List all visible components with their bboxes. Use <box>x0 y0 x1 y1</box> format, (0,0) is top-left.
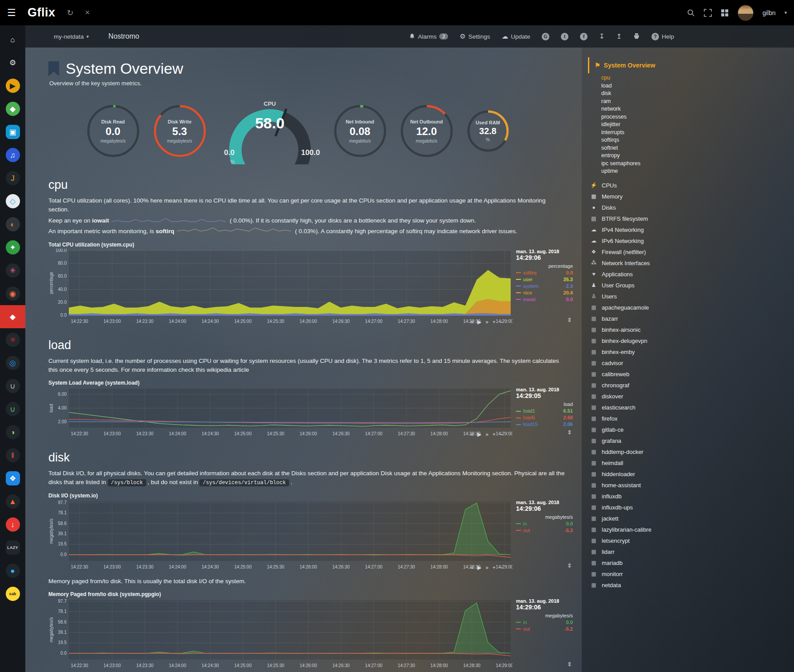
nav-section-users[interactable]: ♙Users <box>588 291 790 302</box>
apps-grid-icon[interactable] <box>721 9 729 17</box>
chart-system-io[interactable]: Disk I/O (system.io) 0.019.539.158.678.1… <box>48 493 574 571</box>
pan-right-icon[interactable]: » <box>485 565 488 570</box>
app-shortcut-9[interactable]: ◐ <box>0 213 25 236</box>
fullscreen-icon[interactable] <box>704 9 712 17</box>
wikipedia-link[interactable]: wikipedia article <box>206 366 249 373</box>
nav-app-binhex-delugevpn[interactable]: ▦binhex-delugevpn <box>588 335 790 346</box>
nav-app-gitlab-ce[interactable]: ▦gitlab-ce <box>588 424 790 435</box>
nav-item-ram[interactable]: ram <box>601 98 790 106</box>
server-dropdown[interactable]: my-netdata▾ <box>54 33 89 40</box>
nav-item-idlejitter[interactable]: idlejitter <box>601 121 790 129</box>
zoom-in-icon[interactable]: + <box>492 319 496 325</box>
chart-system-cpu[interactable]: Total CPU utilization (system.cpu) 0.020… <box>48 242 574 325</box>
nav-app-cadvisor[interactable]: ▦cadvisor <box>588 358 790 369</box>
settings-button[interactable]: ⚙ Settings <box>460 32 490 40</box>
app-shortcut-25[interactable]: sab <box>0 582 25 605</box>
nav-app-grafana[interactable]: ▦grafana <box>588 435 790 446</box>
resize-handle-icon[interactable]: ⇕ <box>567 661 572 668</box>
user-menu-caret-icon[interactable]: ▾ <box>784 10 787 16</box>
zoom-in-icon[interactable]: + <box>492 432 496 437</box>
nav-item-interrupts[interactable]: interrupts <box>601 129 790 137</box>
app-shortcut-8[interactable]: ◇ <box>0 190 25 213</box>
gauge-net-outbound[interactable]: Net Outbound12.0megabits/s <box>400 104 453 158</box>
nav-app-elasticsearch[interactable]: ▦elasticsearch <box>588 402 790 413</box>
nav-app-bazarr[interactable]: ▦bazarr <box>588 313 790 324</box>
app-shortcut-20[interactable]: ❖ <box>0 467 25 490</box>
chart-plot[interactable]: 0.020.040.060.080.0100.014:22:3014:23:00… <box>48 249 512 325</box>
app-shortcut-6[interactable]: ♫ <box>0 143 25 167</box>
nav-app-home-assistant[interactable]: ▦home-assistant <box>588 480 790 491</box>
nav-section-firewall-netfilter-[interactable]: ❖Firewall (netfilter) <box>588 247 790 258</box>
pan-left-icon[interactable]: « <box>470 565 473 570</box>
nav-app-calibreweb[interactable]: ▦calibreweb <box>588 369 790 380</box>
pan-left-icon[interactable]: « <box>470 319 473 325</box>
nav-app-influxdb-ups[interactable]: ▦influxdb-ups <box>588 502 790 513</box>
legend-nice[interactable]: nice20.4 <box>516 290 574 296</box>
legend-system[interactable]: system2.3 <box>516 283 574 290</box>
play-icon[interactable]: ▶ <box>477 432 481 437</box>
nav-app-monitorr[interactable]: ▦monitorr <box>588 569 790 580</box>
nav-item-softirqs[interactable]: softirqs <box>601 136 790 144</box>
nav-item-uptime[interactable]: uptime <box>601 167 790 175</box>
twitter-icon[interactable]: t <box>561 33 568 40</box>
legend-out[interactable]: out-5.2 <box>516 626 574 632</box>
nav-section-btrfs-filesystem[interactable]: ▤BTRFS filesystem <box>588 213 790 224</box>
pan-right-icon[interactable]: » <box>485 432 488 437</box>
nav-app-lazylibrarian-calibre[interactable]: ▦lazylibrarian-calibre <box>588 524 790 535</box>
app-shortcut-5[interactable]: ▣ <box>0 120 25 143</box>
nav-app-heimdall[interactable]: ▦heimdall <box>588 457 790 469</box>
resize-handle-icon[interactable]: ⇕ <box>567 429 572 436</box>
legend-load15[interactable]: load152.06 <box>516 421 574 428</box>
gauge-disk-read[interactable]: Disk Read0.0megabytes/s <box>87 104 140 158</box>
nav-item-network[interactable]: network <box>601 105 790 113</box>
update-button[interactable]: ☁ Update <box>502 32 531 40</box>
nav-item-processes[interactable]: processes <box>601 113 790 121</box>
pan-left-icon[interactable]: « <box>470 432 473 437</box>
nav-app-letsencrypt[interactable]: ▦letsencrypt <box>588 535 790 546</box>
app-shortcut-10[interactable]: ✦ <box>0 236 25 259</box>
alarms-button[interactable]: Alarms 2 <box>409 33 448 40</box>
nav-app-hddtemp-docker[interactable]: ▦hddtemp-docker <box>588 446 790 457</box>
legend-softirq[interactable]: softirq0.0 <box>516 270 574 276</box>
settings[interactable]: ⚙ <box>0 51 25 74</box>
nav-item-load[interactable]: load <box>601 82 790 90</box>
nav-system-overview[interactable]: ⚑System Overview <box>588 57 790 73</box>
nav-item-entropy[interactable]: entropy <box>601 152 790 160</box>
user-avatar[interactable] <box>738 5 754 21</box>
nav-app-hiddenloader[interactable]: ▦hiddenloader <box>588 469 790 480</box>
nav-app-netdata[interactable]: ▦netdata <box>588 580 790 591</box>
gauge-net-inbound[interactable]: Net Inbound0.08megabits/s <box>333 104 387 158</box>
legend-load1[interactable]: load16.51 <box>516 408 574 414</box>
nav-item-cpu[interactable]: cpu <box>601 74 790 82</box>
app-shortcut-22[interactable]: ↓ <box>0 513 25 536</box>
nav-app-diskover[interactable]: ▦diskover <box>588 391 790 402</box>
nav-app-mariadb[interactable]: ▦mariadb <box>588 557 790 569</box>
legend-out[interactable]: out-5.3 <box>516 527 574 534</box>
nav-app-firefox[interactable]: ▦firefox <box>588 413 790 424</box>
tab-refresh-icon[interactable]: ↻ <box>67 8 74 18</box>
gauge-disk-write[interactable]: Disk Write5.3megabytes/s <box>153 104 206 158</box>
nav-item-disk[interactable]: disk <box>601 90 790 98</box>
github-icon[interactable]: G <box>542 33 549 40</box>
nav-section-user-groups[interactable]: ♟User Groups <box>588 280 790 291</box>
chart-plot[interactable]: 0.019.539.158.678.197.714:22:3014:23:001… <box>48 598 512 669</box>
zoom-in-icon[interactable]: + <box>492 565 496 570</box>
nav-app-chronograf[interactable]: ▦chronograf <box>588 380 790 391</box>
nav-section-memory[interactable]: ▦Memory <box>588 191 790 202</box>
home[interactable]: ⌂ <box>0 28 25 51</box>
help-button[interactable]: ? Help <box>651 33 674 40</box>
app-shortcut-14[interactable]: ✳ <box>0 328 25 351</box>
chart-system-pgpgio[interactable]: Memory Paged from/to disk (system.pgpgio… <box>48 591 574 669</box>
gauge-cpu[interactable]: CPU58.00.0100.0% <box>219 98 321 164</box>
nav-app-apacheguacamole[interactable]: ▦apacheguacamole <box>588 302 790 313</box>
chart-system-load[interactable]: System Load Average (system.load) 2.004.… <box>48 380 574 437</box>
tab-close-icon[interactable]: × <box>85 8 90 17</box>
chart-plot[interactable]: 0.019.539.158.678.197.714:22:3014:23:001… <box>48 500 512 571</box>
gauge-used-ram[interactable]: Used RAM32.8% <box>467 110 509 152</box>
resize-handle-icon[interactable]: ⇕ <box>567 562 572 569</box>
legend-user[interactable]: user35.3 <box>516 276 574 283</box>
resize-handle-icon[interactable]: ⇕ <box>567 317 572 323</box>
app-shortcut-12[interactable]: ◉ <box>0 282 25 305</box>
upload-icon[interactable]: ↥ <box>616 32 622 40</box>
zoom-out-icon[interactable]: − <box>500 319 503 325</box>
